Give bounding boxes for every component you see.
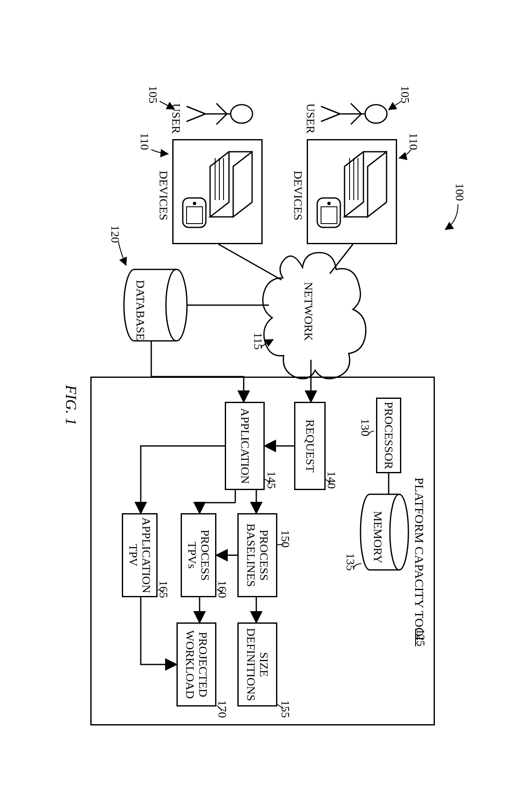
figure-label: FIG. 1 bbox=[62, 385, 80, 425]
system-diagram: 100 USER 105 bbox=[50, 70, 471, 742]
